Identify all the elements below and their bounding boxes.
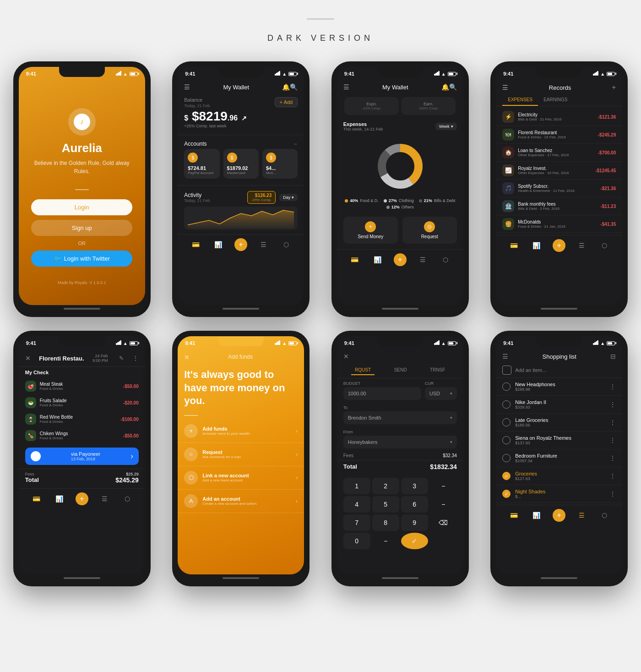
option-link-account[interactable]: ⬡ Link a new account Add a new bank acco… — [178, 466, 304, 490]
shop-item-headphones[interactable]: New Headphones $288.98 ⋮ — [496, 378, 622, 396]
tab-send[interactable]: SEND — [391, 366, 411, 375]
menu-icon[interactable]: ☰ — [184, 83, 190, 91]
more-icon[interactable]: ⋮ — [609, 437, 616, 444]
tab-transfer[interactable]: TRNSF — [426, 366, 449, 375]
record-loan[interactable]: 🏠 Loan to Sanchez Other Expenses · 17 Fe… — [496, 144, 622, 162]
menu-icon[interactable]: ☰ — [502, 353, 508, 360]
from-input[interactable]: Honeybakers ▾ — [343, 436, 457, 448]
nav-wallet-icon[interactable]: 💳 — [348, 253, 361, 266]
search-icon[interactable]: 🔍 — [449, 83, 457, 91]
account-other[interactable]: $ $4... Mon... — [262, 149, 298, 179]
nav-more-icon[interactable]: ⬡ — [280, 238, 293, 251]
tab-request[interactable]: RQUST — [351, 366, 375, 375]
shop-item-nike[interactable]: Nike Jordan II $339.93 ⋮ — [496, 396, 622, 414]
nav-more-icon[interactable]: ⬡ — [598, 509, 611, 522]
payment-bar[interactable]: P via Payoneer 13 Feb, 2018 › — [25, 448, 139, 465]
week-dropdown[interactable]: Week ▾ — [435, 123, 457, 130]
key-7[interactable]: 7 — [343, 514, 370, 531]
check-item-steak[interactable]: 🥩 Meat Steak Food & Drinks -$50.00 — [19, 378, 145, 394]
record-bank[interactable]: 🏦 Bank monthly fees Bills & Debt · 2 Feb… — [496, 197, 622, 215]
request-button[interactable]: ⊙ Request — [402, 217, 457, 244]
shop-checkbox[interactable] — [502, 400, 511, 409]
nav-list-icon[interactable]: ☰ — [416, 253, 429, 266]
nav-wallet-icon[interactable]: 💳 — [507, 239, 520, 252]
option-add-account[interactable]: A Add an account Create a new account an… — [178, 490, 304, 513]
edit-icon[interactable]: ✎ — [119, 355, 124, 361]
accounts-arrow[interactable]: → — [293, 141, 298, 147]
option-request[interactable]: ○ Request Ask someone for a loan › — [178, 443, 304, 466]
currency-input[interactable]: USD ▾ — [425, 387, 457, 400]
option-addfunds[interactable]: + Add funds Increase more to your wealth… — [178, 420, 304, 443]
expn-card[interactable]: Expn. -23% Cmpr. — [344, 97, 399, 115]
more-icon[interactable]: ⋮ — [609, 490, 616, 497]
record-restaurant[interactable]: 🍽 Florenti Restaurant Food & Drinks · 19… — [496, 126, 622, 144]
more-icon[interactable]: ⋮ — [609, 383, 616, 390]
menu-icon[interactable]: ☰ — [502, 84, 508, 91]
nav-more-icon[interactable]: ⬡ — [121, 492, 134, 505]
to-input[interactable]: Brendon Smith ▾ — [343, 411, 457, 424]
filter-icon[interactable]: ⊟ — [610, 353, 616, 360]
shop-checkbox[interactable] — [502, 436, 511, 444]
key-minus-2[interactable]: − — [430, 496, 457, 513]
nav-chart-icon[interactable]: 📊 — [530, 509, 543, 522]
key-minus-1[interactable]: − — [430, 478, 457, 494]
more-icon[interactable]: ⋮ — [132, 355, 139, 362]
key-0[interactable]: 0 — [343, 533, 370, 549]
more-icon[interactable]: ⋮ — [609, 419, 616, 426]
send-money-button[interactable]: + Send Money — [343, 217, 398, 244]
nav-add-icon[interactable]: + — [394, 253, 407, 266]
nav-add-icon[interactable]: + — [76, 492, 88, 505]
bell-icon[interactable]: 🔔 — [441, 83, 449, 91]
nav-add-icon[interactable]: + — [234, 238, 247, 251]
nav-list-icon[interactable]: ☰ — [98, 492, 111, 505]
key-backspace[interactable]: ⌫ — [430, 514, 457, 531]
nav-add-icon[interactable]: + — [553, 509, 565, 522]
account-paypal[interactable]: $ $724.81 PayPal Account — [184, 149, 219, 179]
nav-chart-icon[interactable]: 📊 — [212, 238, 225, 251]
more-icon[interactable]: ⋮ — [609, 454, 616, 462]
add-item-bar[interactable]: Add an item... — [496, 363, 622, 378]
signup-button[interactable]: Sign up — [31, 220, 132, 236]
record-spotify[interactable]: 🎵 Spotify Subscr. Health & Enterment · 1… — [496, 180, 622, 197]
close-icon[interactable]: ✕ — [343, 353, 349, 360]
add-icon[interactable]: + — [612, 83, 616, 92]
nav-list-icon[interactable]: ☰ — [576, 239, 588, 252]
key-confirm[interactable]: ✓ — [401, 533, 428, 549]
nav-wallet-icon[interactable]: 💳 — [30, 492, 43, 505]
shop-checkbox-checked[interactable]: ✓ — [502, 472, 511, 480]
nav-add-icon[interactable]: + — [553, 239, 565, 252]
day-dropdown[interactable]: Day ▾ — [279, 194, 298, 201]
menu-icon[interactable]: ☰ — [343, 83, 349, 91]
more-icon[interactable]: ⋮ — [609, 472, 616, 480]
account-mastercard[interactable]: $ $1879.02 Mastercard — [223, 149, 259, 179]
nav-more-icon[interactable]: ⬡ — [598, 239, 611, 252]
add-button[interactable]: + Add — [275, 97, 298, 107]
bell-icon[interactable]: 🔔 — [282, 83, 290, 91]
shop-checkbox[interactable] — [502, 418, 511, 426]
key-8[interactable]: 8 — [372, 514, 399, 531]
budget-input[interactable]: 1000.00 — [343, 387, 421, 400]
record-electricity[interactable]: ⚡ Electricity Bills & Debt · 21 Feb, 201… — [496, 108, 622, 126]
shop-checkbox[interactable] — [502, 382, 511, 391]
key-1[interactable]: 1 — [343, 478, 370, 494]
nav-wallet-icon[interactable]: 💳 — [507, 509, 520, 522]
shop-checkbox-checked[interactable]: ✓ — [502, 490, 511, 498]
check-item-wings[interactable]: 🍗 Chiken Wings Food & Drinks -$50.00 — [19, 427, 145, 444]
shop-item-siena[interactable]: Siena on Royalz Themes $137.93 ⋮ — [496, 432, 622, 449]
shop-item-groceries2[interactable]: ✓ Groceries $127.63 ⋮ — [496, 467, 622, 485]
nav-wallet-icon[interactable]: 💳 — [189, 238, 202, 251]
key-3[interactable]: 3 — [401, 478, 428, 494]
nav-list-icon[interactable]: ☰ — [576, 509, 588, 522]
tab-expenses[interactable]: EXPENSES — [502, 94, 538, 106]
record-royalz[interactable]: 📈 Royalz Invest. Other Expenses · 16 Feb… — [496, 162, 622, 180]
key-2[interactable]: 2 — [372, 478, 399, 494]
search-icon[interactable]: 🔍 — [290, 83, 298, 91]
nav-chart-icon[interactable]: 📊 — [53, 492, 65, 505]
nav-more-icon[interactable]: ⬡ — [439, 253, 452, 266]
check-item-wine[interactable]: 🍷 Red Wine Bottle Food & Drinks -$100.00 — [19, 411, 145, 427]
key-4[interactable]: 4 — [343, 496, 370, 513]
nav-list-icon[interactable]: ☰ — [257, 238, 270, 251]
twitter-login-button[interactable]: 🐦 Login with Twitter — [31, 251, 132, 267]
more-icon[interactable]: ⋮ — [609, 401, 616, 408]
close-icon[interactable]: ✕ — [25, 355, 31, 362]
